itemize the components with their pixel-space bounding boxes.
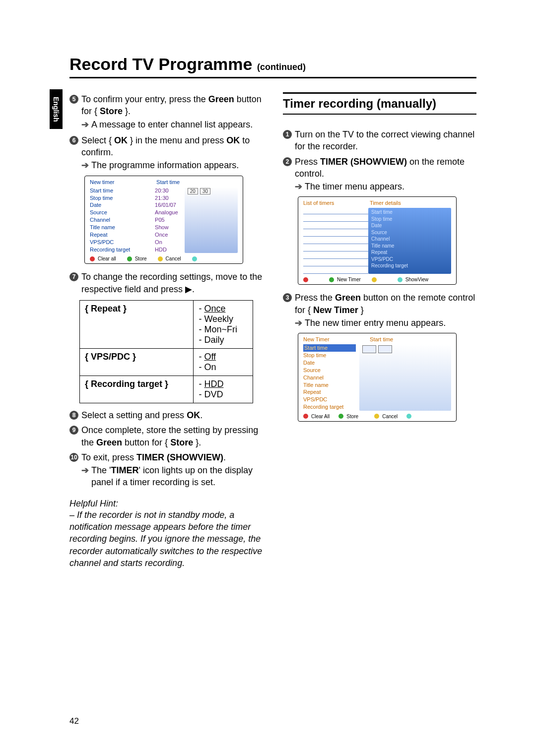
text: }	[358, 305, 364, 315]
green-dot-icon	[329, 277, 334, 282]
title-rule	[69, 77, 476, 78]
value: 21:30	[155, 194, 185, 202]
new-timer-entry-panel: New Timer Start time Start time Stop tim…	[298, 333, 457, 422]
text-bold: OK	[187, 410, 200, 420]
label-highlight: Start time	[303, 344, 356, 352]
value: HDD	[155, 246, 185, 253]
section-rule-bottom	[283, 114, 476, 115]
setting-repeat-label: { Repeat }	[80, 300, 194, 348]
label: VPS/PDC	[90, 239, 155, 246]
label: Title name	[303, 381, 359, 389]
language-tab: English	[50, 89, 63, 129]
yellow-dot-icon	[372, 277, 377, 282]
panel-header-right: Timer details	[370, 200, 451, 206]
arrow-icon: ➔	[295, 317, 305, 329]
text: } in the menu and press	[128, 135, 226, 145]
foot-label: Cancel	[166, 256, 181, 261]
arrow-icon: ➔	[81, 159, 91, 171]
panel-footer: Clear all Store Cancel	[90, 256, 238, 261]
text: }.	[123, 106, 131, 116]
label: Recording target	[90, 246, 155, 253]
value: Analogue	[155, 209, 185, 216]
text: The timer menu appears.	[305, 181, 476, 192]
foot-label: New Timer	[337, 277, 361, 282]
text: Select a setting and press	[81, 410, 187, 420]
panel-header-left: New timer	[90, 179, 156, 185]
opt: HDD	[204, 379, 223, 389]
value: Once	[155, 231, 185, 239]
label: Source	[90, 209, 155, 216]
label: Repeat	[371, 249, 448, 256]
red-dot-icon	[303, 277, 308, 282]
step-number-7: 7	[69, 272, 81, 282]
label: Channel	[371, 236, 448, 243]
text: To confirm your entry, press the	[81, 94, 208, 104]
panel-footer: Clear All Store Cancel	[303, 414, 451, 419]
new-timer-panel: New timer Start time Start time Stop tim…	[84, 176, 243, 264]
label: VPS/PDC	[303, 396, 359, 403]
value: 16/01/07	[155, 201, 185, 209]
label: Date	[90, 201, 155, 209]
text-smallcaps: TIMER	[111, 465, 138, 475]
text-bold: TIMER (SHOWVIEW)	[320, 157, 407, 167]
section-rule-top	[283, 92, 476, 94]
panel-header-left: New Timer	[303, 336, 370, 342]
step-number-2: 2	[283, 157, 295, 167]
value: 20:30	[155, 187, 185, 194]
label: Title name	[90, 224, 155, 231]
text: Press the	[295, 293, 335, 303]
label: Stop time	[303, 352, 359, 359]
setting-vps-options: - Off - On	[194, 348, 253, 376]
section-title: Timer recording (manually)	[283, 97, 476, 111]
text-bold: New Timer	[313, 305, 358, 315]
panel-footer: New Timer ShowView	[303, 277, 451, 282]
title-continued: (continued)	[257, 62, 306, 72]
label: Channel	[90, 216, 155, 224]
text: .	[200, 410, 202, 420]
step-6: 6 Select { OK } in the menu and press OK…	[69, 134, 263, 159]
value: On	[155, 239, 185, 246]
label: Channel	[303, 374, 359, 381]
hint-title: Helpful Hint:	[69, 499, 263, 509]
text-bold: Green	[335, 293, 361, 303]
red-dot-icon	[90, 256, 95, 261]
step-3: 3 Press the Green button on the remote c…	[283, 292, 476, 316]
label: VPS/PDC	[371, 256, 448, 263]
foot-label: Cancel	[382, 414, 398, 419]
step-9: 9 Once complete, store the setting by pr…	[69, 424, 263, 448]
opt: Off	[204, 352, 216, 362]
page-title: Record TV Programme (continued)	[69, 55, 476, 74]
panel-header-right: Start time	[370, 336, 451, 342]
opt: Weekly	[204, 314, 233, 324]
cyan-dot-icon	[398, 277, 402, 282]
text: The programme information appears.	[91, 159, 263, 171]
step-number-6: 6	[69, 135, 81, 145]
step-number-9: 9	[69, 425, 81, 435]
step-1: 1 Turn on the TV to the correct viewing …	[283, 128, 476, 153]
label: Source	[371, 229, 448, 236]
text-bold: OK	[226, 135, 240, 145]
cyan-dot-icon	[192, 256, 197, 261]
label: Title name	[371, 243, 448, 250]
label: Start time	[90, 187, 155, 194]
panel-labels: Start time Stop time Date Source Channel…	[90, 187, 155, 253]
opt: Mon~Fri	[204, 324, 237, 334]
opt: DVD	[204, 389, 223, 399]
arrow-icon: ➔	[81, 464, 91, 489]
text: The new timer entry menu appears.	[305, 317, 476, 329]
hint-body: – If the recorder is not in standby mode…	[69, 509, 263, 569]
panel-labels: Start time Stop time Date Source Channel…	[303, 344, 359, 411]
text: button for {	[122, 438, 170, 447]
foot-label: Store	[135, 256, 147, 261]
step-2-result: ➔The timer menu appears.	[295, 181, 476, 192]
text: .	[223, 452, 226, 462]
setting-repeat-options: - Once - Weekly - Mon~Fri - Daily	[194, 300, 253, 348]
value: P05	[155, 216, 185, 224]
setting-target-options: - HDD - DVD	[194, 376, 253, 403]
label: Date	[303, 359, 359, 367]
right-column: Timer recording (manually) 1 Turn on the…	[283, 90, 476, 569]
text-bold: Green	[208, 94, 234, 104]
step-3-result: ➔The new timer entry menu appears.	[295, 317, 476, 329]
green-dot-icon	[338, 414, 343, 419]
text: The '	[91, 465, 111, 475]
